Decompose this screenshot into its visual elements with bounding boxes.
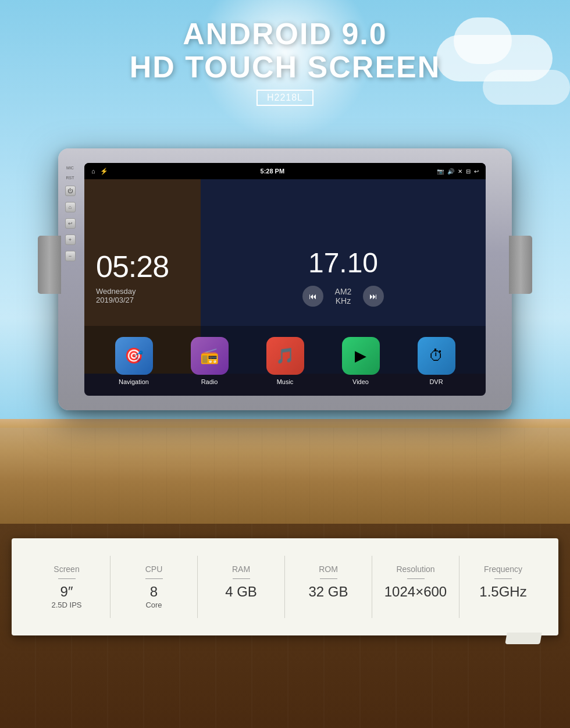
spec-cpu-value: 8 xyxy=(150,584,158,601)
spec-screen-label: Screen xyxy=(54,564,79,574)
spec-screen-divider xyxy=(58,578,76,579)
navigation-label: Navigation xyxy=(119,378,149,385)
radio-icon-box: 📻 xyxy=(191,337,229,375)
title-touch: HD TOUCH SCREEN xyxy=(0,51,570,84)
bracket-left xyxy=(38,236,61,294)
spec-cpu: CPU 8 Core xyxy=(111,556,198,618)
music-icon-box: 🎵 xyxy=(266,337,304,375)
spec-rom-label: ROM xyxy=(319,564,338,574)
window-status-icon[interactable]: ⊟ xyxy=(466,168,471,175)
clock-date: 2019/03/27 xyxy=(96,296,134,304)
spec-ram-label: RAM xyxy=(232,564,250,574)
status-left: ⌂ ⚡ xyxy=(91,168,108,175)
spec-rom-value: 32 GB xyxy=(308,584,348,601)
spec-rom-divider xyxy=(320,578,337,579)
home-icon[interactable]: ⌂ xyxy=(91,168,95,175)
clock-time: 05:28 xyxy=(96,249,169,284)
spec-cpu-label: CPU xyxy=(145,564,163,574)
specs-section: Screen 9″ 2.5D IPS CPU 8 Core RAM 4 GB R… xyxy=(12,538,558,635)
spec-resolution-divider xyxy=(407,578,425,579)
title-section: ANDROID 9.0 HD TOUCH SCREEN H2218L xyxy=(0,17,570,106)
vol-up-button[interactable]: + xyxy=(65,235,76,245)
spec-screen-unit: 2.5D IPS xyxy=(51,601,81,609)
specs-paper: Screen 9″ 2.5D IPS CPU 8 Core RAM 4 GB R… xyxy=(12,538,558,635)
vol-down-button[interactable]: − xyxy=(65,251,76,261)
back-side-button[interactable]: ↩ xyxy=(65,218,76,229)
spec-screen: Screen 9″ 2.5D IPS xyxy=(23,556,111,618)
app-navigation[interactable]: 🎯 Navigation xyxy=(115,337,153,385)
radio-frequency: 17.10 xyxy=(308,247,378,279)
app-dvr[interactable]: ⏱ DVR xyxy=(418,337,455,385)
music-label: Music xyxy=(277,378,294,385)
usb-icon: ⚡ xyxy=(100,168,108,175)
wood-shelf-top xyxy=(0,419,570,428)
status-bar: ⌂ ⚡ 5:28 PM 📷 🔊 ✕ ⊟ ↩ xyxy=(84,163,486,179)
app-video[interactable]: ▶ Video xyxy=(342,337,380,385)
volume-status-icon: 🔊 xyxy=(447,168,454,175)
radio-next-button[interactable]: ⏭ xyxy=(363,286,384,307)
wood-shelf xyxy=(0,419,570,524)
app-music[interactable]: 🎵 Music xyxy=(266,337,304,385)
spec-screen-value: 9″ xyxy=(60,584,73,601)
spec-resolution: Resolution 1024×600 xyxy=(372,556,459,618)
app-grid: 🎯 Navigation 📻 Radio 🎵 Music ▶ Video ⏱ D… xyxy=(84,326,486,396)
spec-frequency-divider xyxy=(494,578,512,579)
spec-resolution-value: 1024×600 xyxy=(384,584,447,601)
spec-ram-value: 4 GB xyxy=(225,584,257,601)
close-status-icon[interactable]: ✕ xyxy=(458,168,462,175)
spec-ram: RAM 4 GB xyxy=(198,556,285,618)
screen-area: ⌂ ⚡ 5:28 PM 📷 🔊 ✕ ⊟ ↩ 05:28 Wednesday 20… xyxy=(84,163,486,396)
power-button[interactable]: ⏻ xyxy=(65,186,76,196)
spec-cpu-unit: Core xyxy=(145,601,162,609)
radio-band: AM2 KHz xyxy=(335,287,352,306)
video-label: Video xyxy=(352,378,369,385)
mic-label: MIC xyxy=(66,166,74,170)
spec-rom: ROM 32 GB xyxy=(285,556,372,618)
navigation-icon-box: 🎯 xyxy=(115,337,153,375)
wood-grain xyxy=(0,419,570,524)
rst-label: RST xyxy=(66,176,74,180)
home-side-button[interactable]: ⌂ xyxy=(65,202,76,212)
spec-frequency: Frequency 1.5GHz xyxy=(459,556,547,618)
title-android: ANDROID 9.0 xyxy=(0,17,570,51)
radio-controls: ⏮ AM2 KHz ⏭ xyxy=(302,286,384,307)
camera-status-icon: 📷 xyxy=(437,168,444,175)
status-time: 5:28 PM xyxy=(261,168,285,175)
bracket-right xyxy=(509,236,532,294)
spec-frequency-value: 1.5GHz xyxy=(479,584,526,601)
video-icon-box: ▶ xyxy=(342,337,380,375)
back-status-icon[interactable]: ↩ xyxy=(474,168,479,175)
radio-prev-button[interactable]: ⏮ xyxy=(302,286,323,307)
specs-grid: Screen 9″ 2.5D IPS CPU 8 Core RAM 4 GB R… xyxy=(23,556,547,618)
spec-frequency-label: Frequency xyxy=(484,564,522,574)
side-buttons: MIC RST ⏻ ⌂ ↩ + − xyxy=(63,166,77,393)
dvr-label: DVR xyxy=(429,378,443,385)
spec-resolution-label: Resolution xyxy=(396,564,434,574)
spec-cpu-divider xyxy=(145,578,163,579)
radio-label: Radio xyxy=(201,378,218,385)
car-unit: MIC RST ⏻ ⌂ ↩ + − ⌂ ⚡ 5:28 PM 📷 🔊 ✕ ⊟ ↩ xyxy=(58,148,512,410)
clock-day: Wednesday xyxy=(96,287,136,296)
app-radio[interactable]: 📻 Radio xyxy=(191,337,229,385)
dvr-icon-box: ⏱ xyxy=(418,337,455,375)
status-right: 📷 🔊 ✕ ⊟ ↩ xyxy=(437,168,479,175)
spec-ram-divider xyxy=(233,578,250,579)
model-badge: H2218L xyxy=(256,90,314,106)
